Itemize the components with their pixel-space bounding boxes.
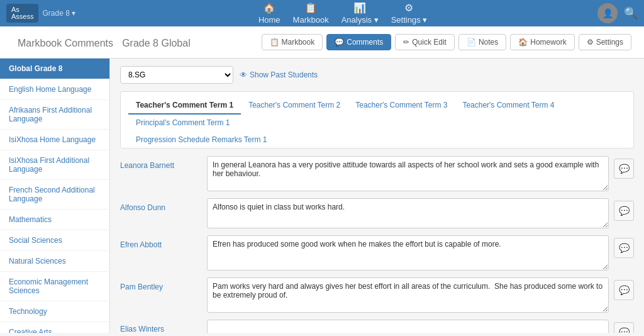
- sidebar-item-afrikaans-first-additional[interactable]: Afrikaans First Additional Language: [0, 100, 109, 130]
- sidebar-item-isixhosa-first-additional[interactable]: IsiXhosa First Additional Language: [0, 150, 109, 180]
- show-past-label: Show Past Students: [250, 70, 318, 79]
- sidebar-item-economic-management-sciences[interactable]: Economic Management Sciences: [0, 272, 109, 301]
- nav-settings[interactable]: ⚙ Settings ▾: [391, 2, 428, 25]
- markbook-icon: 📋: [304, 2, 317, 14]
- student-name-elias-winters[interactable]: Elias Winters: [120, 320, 202, 333]
- tab-teacher-comment-term-2[interactable]: Teacher's Comment Term 2: [241, 97, 348, 115]
- comment-icon-button-efren-abbott[interactable]: 💬: [614, 238, 634, 258]
- sidebar-item-french-second-additional[interactable]: French Second Additional Language: [0, 180, 109, 210]
- student-name-pam-bentley[interactable]: Pam Bentley: [120, 277, 202, 291]
- sidebar: Global Grade 8English Home LanguageAfrik…: [0, 59, 110, 333]
- settings-icon: ⚙: [404, 2, 413, 14]
- comment-textarea-alfonso-dunn[interactable]: [207, 198, 609, 228]
- analysis-icon: 📊: [353, 2, 366, 14]
- nav-links: 🏠 Home 📋 Markbook 📊 Analysis ▾ ⚙ Setting…: [88, 2, 597, 25]
- student-name-leanora-barnett[interactable]: Leanora Barnett: [120, 156, 202, 170]
- notes-button[interactable]: 📄 Notes: [458, 34, 506, 50]
- comment-textarea-leanora-barnett[interactable]: [207, 156, 609, 191]
- comment-area-pam-bentley: [207, 277, 609, 315]
- comment-area-alfonso-dunn: [207, 198, 609, 230]
- markbook-button[interactable]: 📋 Markbook: [262, 34, 323, 50]
- homework-button[interactable]: 🏠 Homework: [510, 34, 574, 50]
- markbook-btn-icon: 📋: [270, 38, 279, 47]
- grade-selector[interactable]: Grade 8 ▾: [42, 9, 75, 18]
- show-past-students-link[interactable]: 👁 Show Past Students: [240, 70, 318, 79]
- quick-edit-button[interactable]: ✏ Quick Edit: [395, 34, 455, 50]
- homework-btn-label: Homework: [530, 38, 566, 47]
- comments-button[interactable]: 💬 Comments: [326, 34, 391, 50]
- tabs-container: Teacher's Comment Term 1Teacher's Commen…: [120, 91, 634, 148]
- logo-subtext: Assess: [11, 13, 33, 20]
- nav-markbook[interactable]: 📋 Markbook: [293, 2, 329, 25]
- student-name-alfonso-dunn[interactable]: Alfonso Dunn: [120, 198, 202, 212]
- sidebar-item-social-sciences[interactable]: Social Sciences: [0, 230, 109, 251]
- page-title-container: Markbook Comments Grade 8 Global: [13, 34, 191, 50]
- tab-progression-schedule[interactable]: Progression Schedule Remarks Term 1: [128, 132, 275, 149]
- tab-teacher-comment-term-3[interactable]: Teacher's Comment Term 3: [348, 97, 455, 115]
- comment-icon-button-leanora-barnett[interactable]: 💬: [614, 159, 634, 179]
- comment-icon-button-pam-bentley[interactable]: 💬: [614, 280, 634, 300]
- top-navigation: As Assess Grade 8 ▾ 🏠 Home 📋 Markbook 📊 …: [0, 0, 644, 26]
- sidebar-item-mathematics[interactable]: Mathematics: [0, 210, 109, 230]
- main-content: 8.SG 👁 Show Past Students Teacher's Comm…: [110, 59, 644, 333]
- user-avatar[interactable]: 👤: [597, 3, 618, 23]
- nav-home[interactable]: 🏠 Home: [258, 2, 280, 25]
- markbook-btn-label: Markbook: [282, 38, 315, 47]
- notes-btn-label: Notes: [479, 38, 498, 47]
- comment-icon-button-alfonso-dunn[interactable]: 💬: [614, 201, 634, 221]
- student-row-pam-bentley: Pam Bentley💬: [120, 277, 634, 315]
- secondary-tabs-row: Progression Schedule Remarks Term 1: [128, 132, 626, 148]
- quick-edit-btn-label: Quick Edit: [412, 38, 447, 47]
- student-row-leanora-barnett: Leanora Barnett💬: [120, 156, 634, 193]
- comment-textarea-pam-bentley[interactable]: [207, 277, 609, 313]
- student-row-elias-winters: Elias Winters💬: [120, 320, 634, 333]
- students-list: Leanora Barnett💬Alfonso Dunn💬Efren Abbot…: [120, 156, 634, 333]
- nav-analysis-label: Analysis ▾: [341, 15, 379, 25]
- comment-area-elias-winters: [207, 320, 609, 333]
- nav-analysis[interactable]: 📊 Analysis ▾: [341, 2, 379, 25]
- sidebar-item-english-home-language[interactable]: English Home Language: [0, 79, 109, 100]
- comment-textarea-efren-abbott[interactable]: [207, 235, 609, 271]
- sidebar-item-technology[interactable]: Technology: [0, 301, 109, 322]
- comment-textarea-elias-winters[interactable]: [207, 320, 609, 333]
- class-select[interactable]: 8.SG: [120, 66, 233, 84]
- page-settings-btn-label: Settings: [596, 38, 623, 47]
- student-name-efren-abbott[interactable]: Efren Abbott: [120, 235, 202, 249]
- search-button[interactable]: 🔍: [624, 6, 638, 20]
- tab-teacher-comment-term-1[interactable]: Teacher's Comment Term 1: [128, 97, 241, 115]
- sidebar-item-isixhosa-home-language[interactable]: IsiXhosa Home Language: [0, 130, 109, 150]
- tab-teacher-comment-term-4[interactable]: Teacher's Comment Term 4: [455, 97, 562, 115]
- homework-btn-icon: 🏠: [518, 38, 528, 47]
- comment-area-efren-abbott: [207, 235, 609, 272]
- comments-btn-icon: 💬: [335, 38, 344, 47]
- comment-area-leanora-barnett: [207, 156, 609, 193]
- filter-row: 8.SG 👁 Show Past Students: [120, 66, 634, 84]
- page-settings-button[interactable]: ⚙ Settings: [579, 34, 631, 50]
- student-row-efren-abbott: Efren Abbott💬: [120, 235, 634, 272]
- app-logo[interactable]: As Assess: [6, 4, 38, 23]
- page-header: Markbook Comments Grade 8 Global 📋 Markb…: [0, 26, 644, 59]
- nav-settings-label: Settings ▾: [391, 15, 428, 25]
- main-layout: Global Grade 8English Home LanguageAfrik…: [0, 59, 644, 333]
- tab-principal-comment-term-1[interactable]: Principal's Comment Term 1: [128, 115, 237, 132]
- header-actions: 📋 Markbook 💬 Comments ✏ Quick Edit 📄 Not…: [262, 34, 631, 50]
- page-settings-btn-icon: ⚙: [587, 38, 594, 47]
- sidebar-item-natural-sciences[interactable]: Natural Sciences: [0, 251, 109, 272]
- main-tabs-row: Teacher's Comment Term 1Teacher's Commen…: [128, 97, 626, 132]
- comment-icon-button-elias-winters[interactable]: 💬: [614, 322, 634, 333]
- nav-home-label: Home: [258, 15, 280, 25]
- nav-markbook-label: Markbook: [293, 15, 329, 25]
- notes-btn-icon: 📄: [467, 38, 476, 47]
- comments-btn-label: Comments: [347, 38, 383, 47]
- nav-right: 👤 🔍: [597, 3, 638, 23]
- page-title: Markbook Comments Grade 8 Global: [13, 34, 191, 50]
- sidebar-item-global-grade-8[interactable]: Global Grade 8: [0, 59, 109, 79]
- home-icon: 🏠: [263, 2, 275, 14]
- eye-icon: 👁: [240, 70, 247, 79]
- sidebar-item-creative-arts[interactable]: Creative Arts: [0, 322, 109, 333]
- student-row-alfonso-dunn: Alfonso Dunn💬: [120, 198, 634, 230]
- quick-edit-btn-icon: ✏: [403, 38, 409, 47]
